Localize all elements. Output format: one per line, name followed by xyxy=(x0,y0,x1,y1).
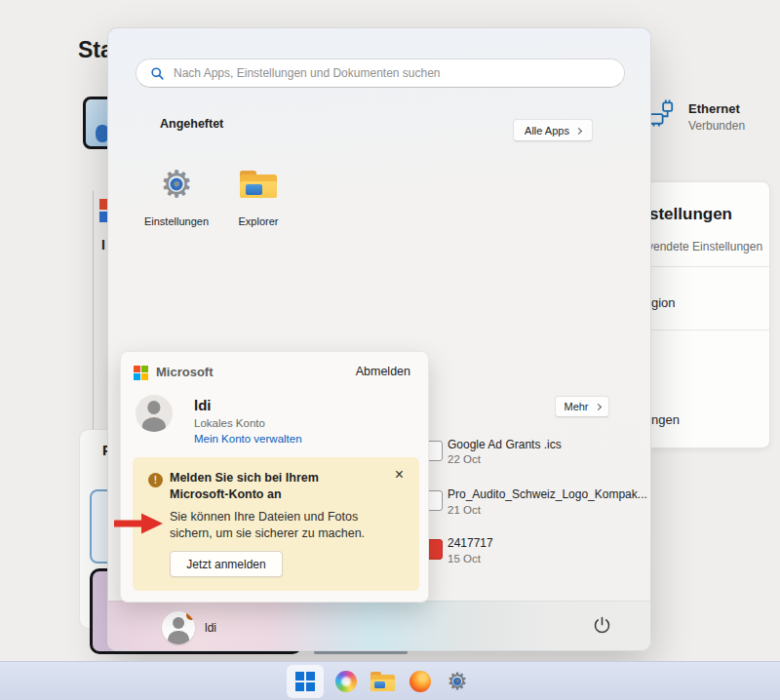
pinned-app-settings[interactable]: ⚙ Einstellungen xyxy=(136,149,217,239)
sign-in-now-button[interactable]: Jetzt anmelden xyxy=(170,551,283,577)
account-flyout: Microsoft Abmelden ldi Lokales Konto Mei… xyxy=(120,351,429,603)
more-button[interactable]: Mehr xyxy=(555,396,609,417)
search-input[interactable] xyxy=(174,60,612,86)
sign-out-button[interactable]: Abmelden xyxy=(356,365,410,378)
search-box[interactable] xyxy=(136,58,625,88)
user-avatar[interactable] xyxy=(162,611,195,644)
microsoft-logo-icon xyxy=(134,366,148,380)
warning-icon: ! xyxy=(148,473,163,487)
notification-title: Melden Sie sich bei Ihrem Microsoft-Kont… xyxy=(170,470,365,503)
folder-icon xyxy=(240,171,277,198)
settings-panel-item[interactable]: ngen xyxy=(651,412,680,427)
taskbar: ⚙ xyxy=(0,661,780,700)
close-icon[interactable]: × xyxy=(395,467,404,483)
search-icon xyxy=(150,66,165,85)
taskbar-start-button[interactable] xyxy=(287,665,324,698)
recommended-item-title[interactable]: Pro_Audito_Schweiz_Logo_Kompak... xyxy=(448,487,647,501)
presence-dot xyxy=(186,611,195,620)
recommended-item-title[interactable]: Google Ad Grants .ics xyxy=(448,438,562,451)
power-button[interactable] xyxy=(584,611,619,642)
pinned-section-heading: Angeheftet xyxy=(160,117,223,131)
account-user-name: ldi xyxy=(194,397,212,413)
start-menu-footer: ldi xyxy=(108,601,651,651)
account-type-label: Lokales Konto xyxy=(194,417,265,429)
account-avatar xyxy=(136,395,173,432)
power-icon xyxy=(592,615,612,640)
sign-in-notification: ! Melden Sie sich bei Ihrem Microsoft-Ko… xyxy=(133,457,419,591)
taskbar-firefox-icon[interactable] xyxy=(410,671,431,692)
recommended-item-date: 22 Oct xyxy=(448,453,481,465)
pinned-app-explorer[interactable]: Explorer xyxy=(217,149,299,239)
background-partial-text: I xyxy=(101,237,105,253)
ethernet-status: Verbunden xyxy=(688,119,745,133)
more-label: Mehr xyxy=(564,401,588,412)
ethernet-icon xyxy=(647,98,675,132)
manage-account-link[interactable]: Mein Konto verwalten xyxy=(194,433,302,445)
footer-user-name[interactable]: ldi xyxy=(205,621,216,635)
annotation-arrow-icon xyxy=(114,513,163,538)
chevron-right-icon xyxy=(594,404,601,410)
settings-panel-item[interactable]: gion xyxy=(651,295,676,310)
notification-body: Sie können Ihre Dateien und Fotos sicher… xyxy=(170,509,379,542)
recommended-item-date: 21 Oct xyxy=(448,504,481,516)
windows-logo-icon xyxy=(295,672,315,691)
recommended-item-title[interactable]: 2417717 xyxy=(448,536,493,550)
settings-gear-icon: ⚙ xyxy=(157,165,196,204)
chevron-right-icon xyxy=(575,127,582,134)
taskbar-copilot-icon[interactable] xyxy=(335,671,357,692)
pinned-app-label: Explorer xyxy=(217,215,299,227)
microsoft-brand-label: Microsoft xyxy=(156,365,214,379)
all-apps-label: Alle Apps xyxy=(525,125,569,136)
settings-panel-heading: stellungen xyxy=(649,205,732,224)
taskbar-settings-icon[interactable]: ⚙ xyxy=(445,669,470,694)
pinned-app-label: Einstellungen xyxy=(136,215,217,227)
recommended-item-date: 15 Oct xyxy=(448,553,481,564)
taskbar-explorer-icon[interactable] xyxy=(370,672,395,691)
all-apps-button[interactable]: Alle Apps xyxy=(513,119,593,141)
ethernet-title: Ethernet xyxy=(688,101,740,116)
settings-panel-subheading: vendete Einstellungen xyxy=(647,240,762,253)
